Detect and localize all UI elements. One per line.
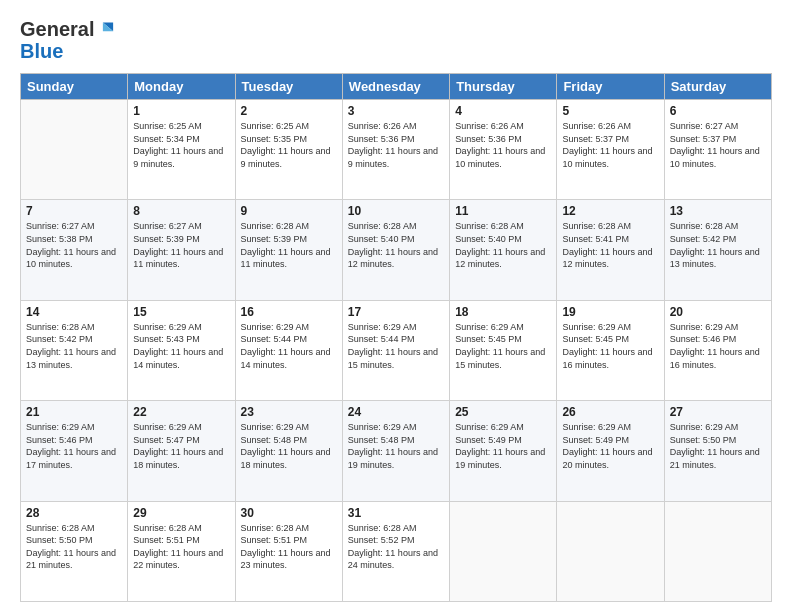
calendar-cell — [664, 501, 771, 601]
calendar-cell: 3 Sunrise: 6:26 AMSunset: 5:36 PMDayligh… — [342, 100, 449, 200]
day-number: 19 — [562, 305, 658, 319]
calendar-cell: 1 Sunrise: 6:25 AMSunset: 5:34 PMDayligh… — [128, 100, 235, 200]
day-number: 11 — [455, 204, 551, 218]
calendar-cell: 11 Sunrise: 6:28 AMSunset: 5:40 PMDaylig… — [450, 200, 557, 300]
calendar-cell: 25 Sunrise: 6:29 AMSunset: 5:49 PMDaylig… — [450, 401, 557, 501]
day-number: 18 — [455, 305, 551, 319]
day-info: Sunrise: 6:28 AMSunset: 5:40 PMDaylight:… — [348, 220, 444, 270]
day-number: 16 — [241, 305, 337, 319]
calendar-cell: 17 Sunrise: 6:29 AMSunset: 5:44 PMDaylig… — [342, 300, 449, 400]
day-number: 4 — [455, 104, 551, 118]
calendar-cell — [450, 501, 557, 601]
weekday-header-row: SundayMondayTuesdayWednesdayThursdayFrid… — [21, 74, 772, 100]
day-number: 22 — [133, 405, 229, 419]
calendar-cell: 2 Sunrise: 6:25 AMSunset: 5:35 PMDayligh… — [235, 100, 342, 200]
page: General Blue SundayMondayTuesdayWednesda… — [0, 0, 792, 612]
day-info: Sunrise: 6:29 AMSunset: 5:47 PMDaylight:… — [133, 421, 229, 471]
day-info: Sunrise: 6:28 AMSunset: 5:52 PMDaylight:… — [348, 522, 444, 572]
day-number: 7 — [26, 204, 122, 218]
day-number: 9 — [241, 204, 337, 218]
week-row-1: 7 Sunrise: 6:27 AMSunset: 5:38 PMDayligh… — [21, 200, 772, 300]
day-number: 5 — [562, 104, 658, 118]
day-info: Sunrise: 6:29 AMSunset: 5:49 PMDaylight:… — [562, 421, 658, 471]
calendar-cell: 9 Sunrise: 6:28 AMSunset: 5:39 PMDayligh… — [235, 200, 342, 300]
weekday-header-monday: Monday — [128, 74, 235, 100]
calendar-table: SundayMondayTuesdayWednesdayThursdayFrid… — [20, 73, 772, 602]
calendar-cell: 21 Sunrise: 6:29 AMSunset: 5:46 PMDaylig… — [21, 401, 128, 501]
weekday-header-friday: Friday — [557, 74, 664, 100]
day-number: 26 — [562, 405, 658, 419]
day-number: 3 — [348, 104, 444, 118]
day-info: Sunrise: 6:27 AMSunset: 5:39 PMDaylight:… — [133, 220, 229, 270]
day-number: 15 — [133, 305, 229, 319]
day-info: Sunrise: 6:29 AMSunset: 5:46 PMDaylight:… — [670, 321, 766, 371]
calendar-cell: 31 Sunrise: 6:28 AMSunset: 5:52 PMDaylig… — [342, 501, 449, 601]
day-number: 2 — [241, 104, 337, 118]
calendar-cell: 6 Sunrise: 6:27 AMSunset: 5:37 PMDayligh… — [664, 100, 771, 200]
day-number: 8 — [133, 204, 229, 218]
weekday-header-sunday: Sunday — [21, 74, 128, 100]
week-row-2: 14 Sunrise: 6:28 AMSunset: 5:42 PMDaylig… — [21, 300, 772, 400]
calendar-cell: 24 Sunrise: 6:29 AMSunset: 5:48 PMDaylig… — [342, 401, 449, 501]
day-info: Sunrise: 6:27 AMSunset: 5:37 PMDaylight:… — [670, 120, 766, 170]
day-info: Sunrise: 6:28 AMSunset: 5:50 PMDaylight:… — [26, 522, 122, 572]
calendar-cell: 4 Sunrise: 6:26 AMSunset: 5:36 PMDayligh… — [450, 100, 557, 200]
day-number: 10 — [348, 204, 444, 218]
calendar-cell: 30 Sunrise: 6:28 AMSunset: 5:51 PMDaylig… — [235, 501, 342, 601]
day-number: 14 — [26, 305, 122, 319]
calendar-cell: 7 Sunrise: 6:27 AMSunset: 5:38 PMDayligh… — [21, 200, 128, 300]
week-row-3: 21 Sunrise: 6:29 AMSunset: 5:46 PMDaylig… — [21, 401, 772, 501]
weekday-header-saturday: Saturday — [664, 74, 771, 100]
day-info: Sunrise: 6:28 AMSunset: 5:42 PMDaylight:… — [26, 321, 122, 371]
calendar-cell: 22 Sunrise: 6:29 AMSunset: 5:47 PMDaylig… — [128, 401, 235, 501]
calendar-cell: 15 Sunrise: 6:29 AMSunset: 5:43 PMDaylig… — [128, 300, 235, 400]
calendar-cell: 8 Sunrise: 6:27 AMSunset: 5:39 PMDayligh… — [128, 200, 235, 300]
day-number: 31 — [348, 506, 444, 520]
calendar-cell: 23 Sunrise: 6:29 AMSunset: 5:48 PMDaylig… — [235, 401, 342, 501]
day-info: Sunrise: 6:28 AMSunset: 5:51 PMDaylight:… — [133, 522, 229, 572]
day-info: Sunrise: 6:29 AMSunset: 5:49 PMDaylight:… — [455, 421, 551, 471]
calendar-cell: 5 Sunrise: 6:26 AMSunset: 5:37 PMDayligh… — [557, 100, 664, 200]
day-number: 24 — [348, 405, 444, 419]
calendar-cell: 10 Sunrise: 6:28 AMSunset: 5:40 PMDaylig… — [342, 200, 449, 300]
calendar-cell: 26 Sunrise: 6:29 AMSunset: 5:49 PMDaylig… — [557, 401, 664, 501]
logo: General Blue — [20, 18, 119, 63]
day-info: Sunrise: 6:28 AMSunset: 5:51 PMDaylight:… — [241, 522, 337, 572]
day-number: 30 — [241, 506, 337, 520]
calendar-cell: 16 Sunrise: 6:29 AMSunset: 5:44 PMDaylig… — [235, 300, 342, 400]
header: General Blue — [20, 18, 772, 63]
day-number: 27 — [670, 405, 766, 419]
day-info: Sunrise: 6:29 AMSunset: 5:44 PMDaylight:… — [348, 321, 444, 371]
day-info: Sunrise: 6:27 AMSunset: 5:38 PMDaylight:… — [26, 220, 122, 270]
calendar-cell — [21, 100, 128, 200]
day-number: 13 — [670, 204, 766, 218]
day-info: Sunrise: 6:29 AMSunset: 5:44 PMDaylight:… — [241, 321, 337, 371]
day-info: Sunrise: 6:29 AMSunset: 5:45 PMDaylight:… — [455, 321, 551, 371]
day-info: Sunrise: 6:29 AMSunset: 5:45 PMDaylight:… — [562, 321, 658, 371]
day-number: 12 — [562, 204, 658, 218]
day-info: Sunrise: 6:28 AMSunset: 5:40 PMDaylight:… — [455, 220, 551, 270]
day-number: 20 — [670, 305, 766, 319]
calendar-cell: 18 Sunrise: 6:29 AMSunset: 5:45 PMDaylig… — [450, 300, 557, 400]
day-info: Sunrise: 6:25 AMSunset: 5:34 PMDaylight:… — [133, 120, 229, 170]
calendar-cell: 13 Sunrise: 6:28 AMSunset: 5:42 PMDaylig… — [664, 200, 771, 300]
logo-blue-text: Blue — [20, 40, 63, 63]
day-number: 25 — [455, 405, 551, 419]
weekday-header-wednesday: Wednesday — [342, 74, 449, 100]
week-row-0: 1 Sunrise: 6:25 AMSunset: 5:34 PMDayligh… — [21, 100, 772, 200]
day-number: 6 — [670, 104, 766, 118]
calendar-cell: 27 Sunrise: 6:29 AMSunset: 5:50 PMDaylig… — [664, 401, 771, 501]
calendar-cell: 29 Sunrise: 6:28 AMSunset: 5:51 PMDaylig… — [128, 501, 235, 601]
day-info: Sunrise: 6:28 AMSunset: 5:42 PMDaylight:… — [670, 220, 766, 270]
calendar-cell: 12 Sunrise: 6:28 AMSunset: 5:41 PMDaylig… — [557, 200, 664, 300]
logo-text-general: General — [20, 19, 94, 39]
day-number: 29 — [133, 506, 229, 520]
week-row-4: 28 Sunrise: 6:28 AMSunset: 5:50 PMDaylig… — [21, 501, 772, 601]
day-info: Sunrise: 6:26 AMSunset: 5:37 PMDaylight:… — [562, 120, 658, 170]
day-number: 17 — [348, 305, 444, 319]
calendar-cell: 28 Sunrise: 6:28 AMSunset: 5:50 PMDaylig… — [21, 501, 128, 601]
day-number: 28 — [26, 506, 122, 520]
weekday-header-thursday: Thursday — [450, 74, 557, 100]
calendar-cell: 14 Sunrise: 6:28 AMSunset: 5:42 PMDaylig… — [21, 300, 128, 400]
calendar-cell: 19 Sunrise: 6:29 AMSunset: 5:45 PMDaylig… — [557, 300, 664, 400]
